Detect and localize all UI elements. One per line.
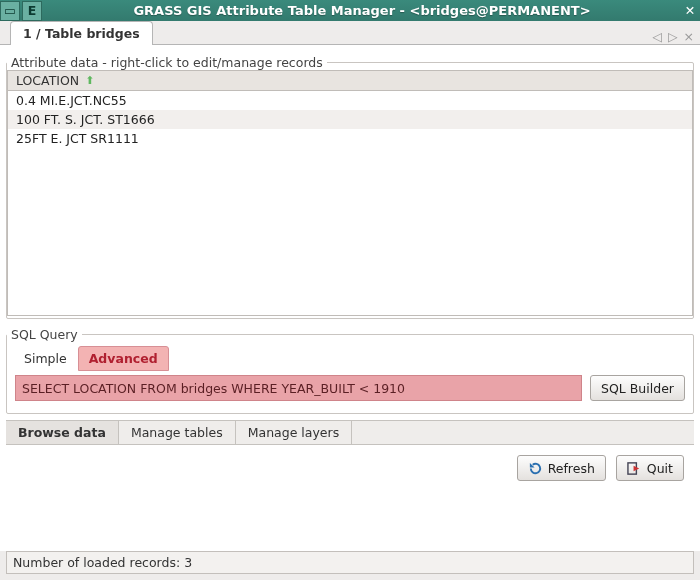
tab-close-icon[interactable]: × (684, 29, 694, 44)
quit-label: Quit (647, 461, 673, 476)
sql-query-legend: SQL Query (7, 327, 82, 342)
column-header-label: LOCATION (16, 73, 79, 88)
refresh-label: Refresh (548, 461, 595, 476)
quit-button[interactable]: Quit (616, 455, 684, 481)
layer-tabbar: 1 / Table bridges ◁ ▷ × (0, 21, 700, 45)
layer-tab-active[interactable]: 1 / Table bridges (10, 21, 153, 45)
sort-ascending-icon: ⬆ (85, 74, 94, 87)
refresh-icon (528, 461, 543, 476)
table-row[interactable]: 25FT E. JCT SR1111 (8, 129, 692, 148)
tab-browse-data[interactable]: Browse data (6, 421, 119, 444)
titlebar-minimize-icon[interactable]: ▭ (0, 1, 20, 21)
sql-query-fieldset: SQL Query Simple Advanced SQL Builder (6, 327, 694, 414)
sql-builder-label: SQL Builder (601, 381, 674, 396)
window-title: GRASS GIS Attribute Table Manager - <bri… (44, 3, 680, 18)
tab-manage-layers[interactable]: Manage layers (236, 421, 353, 444)
window-titlebar: ▭ E GRASS GIS Attribute Table Manager - … (0, 0, 700, 21)
tab-scroll-left-icon[interactable]: ◁ (652, 29, 662, 44)
table-row[interactable]: 0.4 MI.E.JCT.NC55 (8, 91, 692, 110)
close-icon[interactable]: ✕ (680, 1, 700, 21)
status-bar: Number of loaded records: 3 (6, 551, 694, 574)
tab-manage-tables[interactable]: Manage tables (119, 421, 236, 444)
attribute-grid-fieldset: Attribute data - right-click to edit/man… (6, 55, 694, 319)
column-header-location[interactable]: LOCATION ⬆ (7, 70, 693, 91)
main-tabbar: Browse data Manage tables Manage layers (6, 420, 694, 445)
quit-icon (627, 461, 642, 476)
status-text: Number of loaded records: 3 (13, 555, 192, 570)
refresh-button[interactable]: Refresh (517, 455, 606, 481)
attribute-grid-legend: Attribute data - right-click to edit/man… (7, 55, 327, 70)
titlebar-maximize-icon[interactable]: E (22, 1, 42, 21)
sql-query-input[interactable] (15, 375, 582, 401)
table-row[interactable]: 100 FT. S. JCT. ST1666 (8, 110, 692, 129)
sql-tab-advanced[interactable]: Advanced (78, 346, 169, 371)
sql-tab-simple[interactable]: Simple (13, 346, 78, 371)
tab-scroll-right-icon[interactable]: ▷ (668, 29, 678, 44)
sql-builder-button[interactable]: SQL Builder (590, 375, 685, 401)
attribute-grid-body[interactable]: 0.4 MI.E.JCT.NC55 100 FT. S. JCT. ST1666… (7, 91, 693, 316)
